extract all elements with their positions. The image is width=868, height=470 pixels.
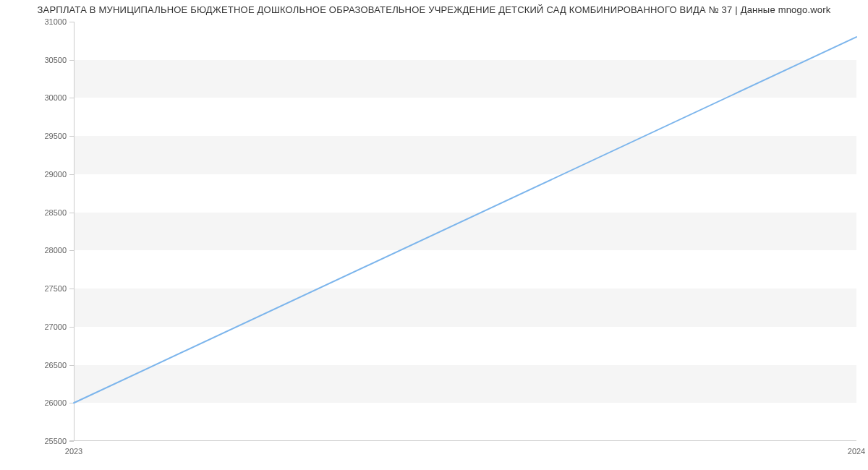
x-tick-label: 2024 xyxy=(848,447,865,456)
y-tick-label: 27000 xyxy=(44,322,67,331)
chart-svg xyxy=(74,22,856,441)
y-tick-label: 30000 xyxy=(44,93,67,102)
y-tick-label: 27500 xyxy=(44,284,67,293)
plot-area: 2550026000265002700027500280002850029000… xyxy=(74,22,856,441)
y-tick-label: 26500 xyxy=(44,361,67,369)
y-tick-label: 28000 xyxy=(44,246,67,255)
y-tick-label: 29000 xyxy=(44,170,67,179)
y-tick-label: 29500 xyxy=(44,132,67,140)
y-tick-label: 31000 xyxy=(44,17,67,26)
y-tick-label: 28500 xyxy=(44,208,67,217)
chart-title: ЗАРПЛАТА В МУНИЦИПАЛЬНОЕ БЮДЖЕТНОЕ ДОШКО… xyxy=(0,4,868,15)
data-line xyxy=(74,37,856,403)
x-tick-label: 2023 xyxy=(65,447,82,456)
y-tick-label: 30500 xyxy=(44,56,67,64)
y-tick-label: 25500 xyxy=(44,437,67,445)
y-tick-label: 26000 xyxy=(44,398,67,407)
y-tick xyxy=(69,441,74,442)
